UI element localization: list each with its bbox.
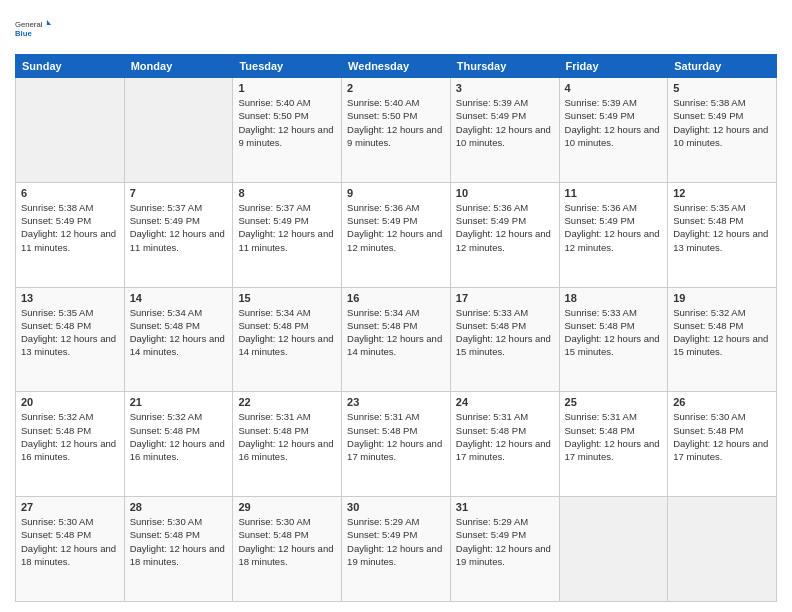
day-number: 28: [130, 501, 228, 513]
calendar-cell: 6 Sunrise: 5:38 AMSunset: 5:49 PMDayligh…: [16, 182, 125, 287]
day-number: 18: [565, 292, 663, 304]
logo: General Blue: [15, 10, 51, 46]
calendar-cell: [668, 497, 777, 602]
calendar-cell: 27 Sunrise: 5:30 AMSunset: 5:48 PMDaylig…: [16, 497, 125, 602]
day-info: Sunrise: 5:36 AMSunset: 5:49 PMDaylight:…: [456, 202, 551, 253]
day-number: 2: [347, 82, 445, 94]
calendar-cell: 10 Sunrise: 5:36 AMSunset: 5:49 PMDaylig…: [450, 182, 559, 287]
day-info: Sunrise: 5:37 AMSunset: 5:49 PMDaylight:…: [238, 202, 333, 253]
day-number: 7: [130, 187, 228, 199]
calendar-day-header: Sunday: [16, 55, 125, 78]
day-number: 5: [673, 82, 771, 94]
calendar-cell: 18 Sunrise: 5:33 AMSunset: 5:48 PMDaylig…: [559, 287, 668, 392]
calendar-cell: 17 Sunrise: 5:33 AMSunset: 5:48 PMDaylig…: [450, 287, 559, 392]
day-number: 15: [238, 292, 336, 304]
calendar-cell: 7 Sunrise: 5:37 AMSunset: 5:49 PMDayligh…: [124, 182, 233, 287]
day-number: 21: [130, 396, 228, 408]
day-info: Sunrise: 5:34 AMSunset: 5:48 PMDaylight:…: [238, 307, 333, 358]
calendar-week-row: 1 Sunrise: 5:40 AMSunset: 5:50 PMDayligh…: [16, 78, 777, 183]
calendar-cell: 24 Sunrise: 5:31 AMSunset: 5:48 PMDaylig…: [450, 392, 559, 497]
day-number: 30: [347, 501, 445, 513]
day-number: 10: [456, 187, 554, 199]
day-info: Sunrise: 5:32 AMSunset: 5:48 PMDaylight:…: [130, 411, 225, 462]
calendar-cell: 1 Sunrise: 5:40 AMSunset: 5:50 PMDayligh…: [233, 78, 342, 183]
day-info: Sunrise: 5:39 AMSunset: 5:49 PMDaylight:…: [456, 97, 551, 148]
day-number: 23: [347, 396, 445, 408]
calendar-cell: 12 Sunrise: 5:35 AMSunset: 5:48 PMDaylig…: [668, 182, 777, 287]
calendar-cell: 21 Sunrise: 5:32 AMSunset: 5:48 PMDaylig…: [124, 392, 233, 497]
day-info: Sunrise: 5:38 AMSunset: 5:49 PMDaylight:…: [673, 97, 768, 148]
calendar-cell: 3 Sunrise: 5:39 AMSunset: 5:49 PMDayligh…: [450, 78, 559, 183]
day-number: 1: [238, 82, 336, 94]
day-info: Sunrise: 5:31 AMSunset: 5:48 PMDaylight:…: [347, 411, 442, 462]
day-number: 9: [347, 187, 445, 199]
calendar-day-header: Thursday: [450, 55, 559, 78]
day-info: Sunrise: 5:36 AMSunset: 5:49 PMDaylight:…: [565, 202, 660, 253]
calendar-header-row: SundayMondayTuesdayWednesdayThursdayFrid…: [16, 55, 777, 78]
day-info: Sunrise: 5:30 AMSunset: 5:48 PMDaylight:…: [673, 411, 768, 462]
day-info: Sunrise: 5:31 AMSunset: 5:48 PMDaylight:…: [456, 411, 551, 462]
day-info: Sunrise: 5:34 AMSunset: 5:48 PMDaylight:…: [347, 307, 442, 358]
day-info: Sunrise: 5:32 AMSunset: 5:48 PMDaylight:…: [21, 411, 116, 462]
day-number: 11: [565, 187, 663, 199]
calendar-cell: 26 Sunrise: 5:30 AMSunset: 5:48 PMDaylig…: [668, 392, 777, 497]
calendar-cell: 11 Sunrise: 5:36 AMSunset: 5:49 PMDaylig…: [559, 182, 668, 287]
day-info: Sunrise: 5:32 AMSunset: 5:48 PMDaylight:…: [673, 307, 768, 358]
day-number: 19: [673, 292, 771, 304]
day-number: 29: [238, 501, 336, 513]
calendar-cell: [16, 78, 125, 183]
calendar-cell: 28 Sunrise: 5:30 AMSunset: 5:48 PMDaylig…: [124, 497, 233, 602]
day-number: 12: [673, 187, 771, 199]
calendar-day-header: Friday: [559, 55, 668, 78]
day-info: Sunrise: 5:30 AMSunset: 5:48 PMDaylight:…: [130, 516, 225, 567]
day-info: Sunrise: 5:35 AMSunset: 5:48 PMDaylight:…: [673, 202, 768, 253]
calendar-week-row: 20 Sunrise: 5:32 AMSunset: 5:48 PMDaylig…: [16, 392, 777, 497]
day-info: Sunrise: 5:40 AMSunset: 5:50 PMDaylight:…: [347, 97, 442, 148]
day-number: 24: [456, 396, 554, 408]
calendar-cell: 14 Sunrise: 5:34 AMSunset: 5:48 PMDaylig…: [124, 287, 233, 392]
day-number: 22: [238, 396, 336, 408]
day-number: 3: [456, 82, 554, 94]
calendar-week-row: 6 Sunrise: 5:38 AMSunset: 5:49 PMDayligh…: [16, 182, 777, 287]
calendar-cell: 13 Sunrise: 5:35 AMSunset: 5:48 PMDaylig…: [16, 287, 125, 392]
day-info: Sunrise: 5:30 AMSunset: 5:48 PMDaylight:…: [21, 516, 116, 567]
calendar-cell: 5 Sunrise: 5:38 AMSunset: 5:49 PMDayligh…: [668, 78, 777, 183]
header: General Blue: [15, 10, 777, 46]
day-number: 27: [21, 501, 119, 513]
calendar-cell: 4 Sunrise: 5:39 AMSunset: 5:49 PMDayligh…: [559, 78, 668, 183]
logo-svg: General Blue: [15, 10, 51, 46]
calendar-table: SundayMondayTuesdayWednesdayThursdayFrid…: [15, 54, 777, 602]
calendar-cell: 30 Sunrise: 5:29 AMSunset: 5:49 PMDaylig…: [342, 497, 451, 602]
calendar-day-header: Monday: [124, 55, 233, 78]
calendar-cell: 25 Sunrise: 5:31 AMSunset: 5:48 PMDaylig…: [559, 392, 668, 497]
day-number: 8: [238, 187, 336, 199]
day-info: Sunrise: 5:30 AMSunset: 5:48 PMDaylight:…: [238, 516, 333, 567]
day-info: Sunrise: 5:37 AMSunset: 5:49 PMDaylight:…: [130, 202, 225, 253]
day-info: Sunrise: 5:33 AMSunset: 5:48 PMDaylight:…: [565, 307, 660, 358]
day-number: 13: [21, 292, 119, 304]
svg-text:General: General: [15, 20, 43, 29]
day-number: 25: [565, 396, 663, 408]
day-info: Sunrise: 5:34 AMSunset: 5:48 PMDaylight:…: [130, 307, 225, 358]
day-number: 16: [347, 292, 445, 304]
day-info: Sunrise: 5:29 AMSunset: 5:49 PMDaylight:…: [456, 516, 551, 567]
day-number: 31: [456, 501, 554, 513]
day-info: Sunrise: 5:39 AMSunset: 5:49 PMDaylight:…: [565, 97, 660, 148]
page: General Blue SundayMondayTuesdayWednesda…: [0, 0, 792, 612]
calendar-cell: 16 Sunrise: 5:34 AMSunset: 5:48 PMDaylig…: [342, 287, 451, 392]
calendar-cell: 31 Sunrise: 5:29 AMSunset: 5:49 PMDaylig…: [450, 497, 559, 602]
day-info: Sunrise: 5:36 AMSunset: 5:49 PMDaylight:…: [347, 202, 442, 253]
calendar-week-row: 27 Sunrise: 5:30 AMSunset: 5:48 PMDaylig…: [16, 497, 777, 602]
day-info: Sunrise: 5:33 AMSunset: 5:48 PMDaylight:…: [456, 307, 551, 358]
calendar-cell: [559, 497, 668, 602]
day-info: Sunrise: 5:29 AMSunset: 5:49 PMDaylight:…: [347, 516, 442, 567]
calendar-day-header: Tuesday: [233, 55, 342, 78]
day-number: 26: [673, 396, 771, 408]
calendar-day-header: Wednesday: [342, 55, 451, 78]
day-info: Sunrise: 5:31 AMSunset: 5:48 PMDaylight:…: [238, 411, 333, 462]
day-number: 4: [565, 82, 663, 94]
day-number: 14: [130, 292, 228, 304]
calendar-cell: 22 Sunrise: 5:31 AMSunset: 5:48 PMDaylig…: [233, 392, 342, 497]
day-info: Sunrise: 5:31 AMSunset: 5:48 PMDaylight:…: [565, 411, 660, 462]
calendar-cell: 9 Sunrise: 5:36 AMSunset: 5:49 PMDayligh…: [342, 182, 451, 287]
